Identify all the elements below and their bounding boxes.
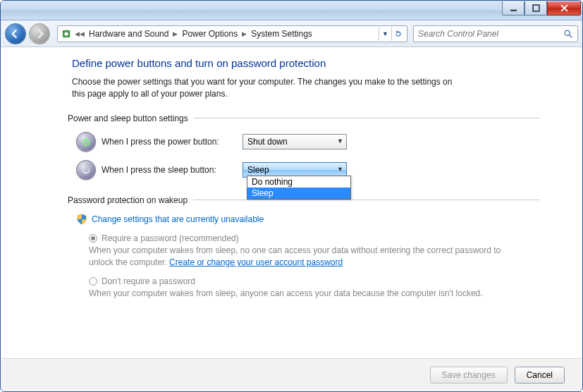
close-button[interactable] xyxy=(547,1,581,16)
sleep-button-value: Sleep xyxy=(247,165,269,175)
create-password-link[interactable]: Create or change your user account passw… xyxy=(169,257,343,267)
window-control-buttons xyxy=(502,1,581,20)
dont-require-password-option: Don't require a password When your compu… xyxy=(89,276,505,300)
footer-bar: Save changes Cancel xyxy=(1,358,582,391)
search-icon xyxy=(563,29,573,39)
power-button-value: Shut down xyxy=(247,137,288,147)
sleep-button-label: When I press the sleep button: xyxy=(102,165,237,175)
svg-point-3 xyxy=(64,32,68,35)
svg-rect-6 xyxy=(85,138,86,142)
breadcrumb-chevron-icon: ▶ xyxy=(240,30,248,37)
section-title: Password protection on wakeup xyxy=(68,195,188,205)
sleep-button-dropdown[interactable]: Do nothing Sleep xyxy=(247,176,351,200)
svg-rect-1 xyxy=(533,5,539,11)
page-description: Choose the power settings that you want … xyxy=(72,76,467,101)
sleep-button-row: When I press the sleep button: Sleep ▼ D… xyxy=(76,160,539,180)
power-button-select[interactable]: Shut down ▼ xyxy=(243,134,347,149)
change-settings-link[interactable]: Change settings that are currently unava… xyxy=(92,214,264,224)
power-button-label: When I press the power button: xyxy=(102,137,237,147)
shield-icon xyxy=(76,214,87,225)
chevron-down-icon: ▼ xyxy=(337,137,343,145)
window-frame: ◀◀ Hardware and Sound ▶ Power Options ▶ … xyxy=(0,0,583,392)
forward-button[interactable] xyxy=(29,23,50,44)
breadcrumb-chevron-icon: ◀◀ xyxy=(73,30,86,37)
require-password-radio[interactable] xyxy=(89,234,97,243)
section-power-sleep-buttons: Power and sleep button settings xyxy=(68,114,539,123)
breadcrumb-hardware[interactable]: Hardware and Sound xyxy=(87,27,170,40)
power-icon xyxy=(76,132,96,152)
chevron-down-icon: ▼ xyxy=(337,166,343,173)
search-input[interactable] xyxy=(418,29,563,39)
save-changes-button[interactable]: Save changes xyxy=(430,367,508,384)
breadcrumb-chevron-icon: ▶ xyxy=(171,30,179,37)
section-title: Power and sleep button settings xyxy=(68,114,188,123)
svg-rect-0 xyxy=(510,10,517,11)
require-password-option: Require a password (recommended) When yo… xyxy=(89,233,505,269)
change-settings-row: Change settings that are currently unava… xyxy=(76,214,539,225)
power-button-row: When I press the power button: Shut down… xyxy=(76,132,539,152)
address-dropdown-button[interactable]: ▼ xyxy=(379,27,391,41)
dont-require-password-radio[interactable] xyxy=(89,277,97,286)
navigation-bar: ◀◀ Hardware and Sound ▶ Power Options ▶ … xyxy=(1,20,582,47)
back-button[interactable] xyxy=(5,23,26,44)
divider xyxy=(194,118,539,118)
breadcrumb-power-options[interactable]: Power Options xyxy=(180,27,239,40)
cancel-button[interactable]: Cancel xyxy=(515,367,565,384)
breadcrumb-system-settings[interactable]: System Settings xyxy=(250,27,314,40)
dont-require-password-label: Don't require a password xyxy=(102,276,195,286)
minimize-button[interactable] xyxy=(502,1,524,16)
page-title: Define power buttons and turn on passwor… xyxy=(72,57,539,69)
require-password-label: Require a password (recommended) xyxy=(102,233,239,243)
divider xyxy=(193,200,539,200)
svg-point-4 xyxy=(565,30,570,35)
content-area: Define power buttons and turn on passwor… xyxy=(1,47,582,391)
titlebar xyxy=(1,1,582,20)
refresh-button[interactable] xyxy=(391,27,404,41)
maximize-button[interactable] xyxy=(524,1,547,16)
dropdown-option-sleep[interactable]: Sleep xyxy=(247,188,350,199)
dropdown-option-do-nothing[interactable]: Do nothing xyxy=(247,176,350,188)
search-box[interactable] xyxy=(413,25,578,42)
control-panel-icon xyxy=(61,28,72,39)
address-bar[interactable]: ◀◀ Hardware and Sound ▶ Power Options ▶ … xyxy=(57,25,407,42)
dont-require-password-body: When your computer wakes from sleep, any… xyxy=(89,288,505,300)
sleep-icon xyxy=(76,160,96,180)
